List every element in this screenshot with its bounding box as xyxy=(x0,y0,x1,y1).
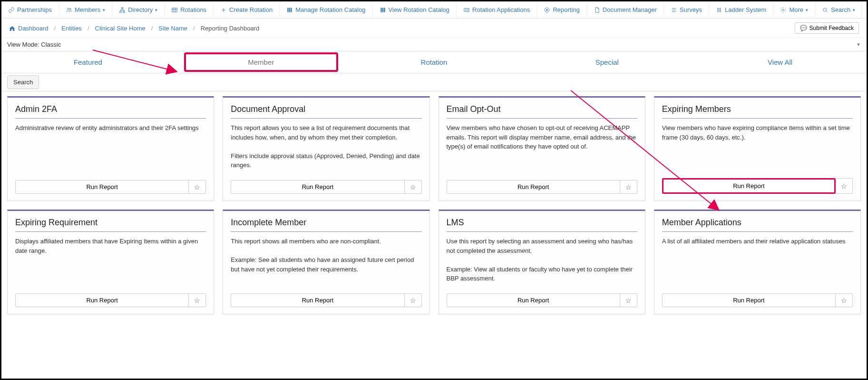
svg-rect-8 xyxy=(291,8,292,12)
card-description: Displays affiliated members that have Ex… xyxy=(15,237,206,288)
submit-feedback-button[interactable]: 💬 Submit Feedback xyxy=(795,22,859,34)
nav-reporting[interactable]: Reporting xyxy=(537,1,586,18)
breadcrumb-current: Reporting Dashboard xyxy=(201,25,260,32)
card-title: Document Approval xyxy=(231,104,421,119)
breadcrumb-link[interactable]: Clinical Site Home xyxy=(95,25,146,32)
card-description: Administrative review of entity administ… xyxy=(15,123,206,174)
search-row: Search xyxy=(1,73,867,91)
run-report-button[interactable]: Run Report xyxy=(662,178,836,194)
svg-rect-5 xyxy=(172,8,177,11)
target-icon xyxy=(544,7,550,13)
nav-label: Surveys xyxy=(680,6,702,13)
breadcrumb-link[interactable]: Entities xyxy=(61,25,82,32)
card-actions: Run Report☆ xyxy=(662,293,853,307)
favorite-button[interactable]: ☆ xyxy=(189,293,206,307)
nav-document-manager[interactable]: Document Manager xyxy=(587,1,664,18)
card-description: Use this report by selecting an assessme… xyxy=(447,237,637,288)
nav-rotation-applications[interactable]: Rotation Applications xyxy=(457,1,537,18)
report-card-lms: LMSUse this report by selecting an asses… xyxy=(439,210,645,314)
card-description: View members who have expiring complianc… xyxy=(662,123,853,172)
report-card-document-approval: Document ApprovalThis report allows you … xyxy=(223,96,429,201)
card-description: This report shows all members who are no… xyxy=(231,237,421,288)
star-icon: ☆ xyxy=(194,297,200,304)
nav-label: More xyxy=(789,6,803,13)
nav-more[interactable]: More▾ xyxy=(773,1,815,18)
nav-label: Rotation Applications xyxy=(472,6,530,13)
nav-label: View Rotation Catalog xyxy=(389,6,449,13)
breadcrumb-link[interactable]: Site Name xyxy=(158,25,187,32)
card-actions: Run Report☆ xyxy=(231,293,421,307)
nav-create-rotation[interactable]: Create Rotation xyxy=(214,1,280,18)
run-report-button[interactable]: Run Report xyxy=(15,293,189,307)
favorite-button[interactable]: ☆ xyxy=(189,180,206,194)
svg-rect-11 xyxy=(384,8,385,12)
star-icon: ☆ xyxy=(410,297,416,304)
favorite-button[interactable]: ☆ xyxy=(405,293,422,307)
run-report-button[interactable]: Run Report xyxy=(447,180,620,194)
tab-rotation[interactable]: Rotation xyxy=(348,51,521,73)
svg-rect-6 xyxy=(288,8,289,12)
star-icon: ☆ xyxy=(625,183,632,191)
nav-view-rotation-catalog[interactable]: View Rotation Catalog xyxy=(373,1,457,18)
nav-label: Reporting xyxy=(553,6,579,13)
table-icon xyxy=(171,7,178,13)
favorite-button[interactable]: ☆ xyxy=(620,180,637,194)
nav-surveys[interactable]: Surveys xyxy=(664,1,709,18)
nav-directory[interactable]: Directory▾ xyxy=(112,1,165,18)
nav-search[interactable]: Search▾ xyxy=(815,1,862,18)
favorite-button[interactable]: ☆ xyxy=(405,180,422,194)
search-button[interactable]: Search xyxy=(7,75,39,89)
nav-partnerships[interactable]: Partnerships xyxy=(1,1,59,18)
nav-ladder-system[interactable]: Ladder System xyxy=(709,1,773,18)
home-icon xyxy=(9,25,15,31)
card-title: Expiring Members xyxy=(662,104,853,119)
tab-view-all[interactable]: View All xyxy=(693,51,867,73)
svg-rect-3 xyxy=(120,11,122,12)
nav-label: Document Manager xyxy=(603,6,657,13)
tab-special[interactable]: Special xyxy=(520,51,693,73)
search-icon xyxy=(822,7,829,13)
chevron-down-icon: ▾ xyxy=(155,8,157,12)
breadcrumb-link[interactable]: Dashboard xyxy=(18,25,49,32)
svg-rect-10 xyxy=(382,8,383,12)
svg-rect-7 xyxy=(289,8,290,12)
chevron-down-icon: ▼ xyxy=(856,42,861,47)
tab-member[interactable]: Member xyxy=(175,51,348,73)
chat-icon: 💬 xyxy=(800,25,807,31)
run-report-button[interactable]: Run Report xyxy=(447,293,620,307)
idcard-icon xyxy=(463,7,470,13)
nav-manage-rotation-catalog[interactable]: Manage Rotation Catalog xyxy=(280,1,372,18)
run-report-button[interactable]: Run Report xyxy=(231,293,404,307)
doc-icon xyxy=(594,7,600,13)
svg-point-0 xyxy=(67,8,69,10)
report-card-admin-2fa: Admin 2FAAdministrative review of entity… xyxy=(7,96,214,201)
books-icon xyxy=(286,7,293,13)
chevron-down-icon: ▾ xyxy=(103,8,105,12)
star-icon: ☆ xyxy=(410,183,416,191)
sitemap-icon xyxy=(119,7,126,13)
favorite-button[interactable]: ☆ xyxy=(620,293,637,307)
card-description: This report allows you to see a list of … xyxy=(231,123,421,174)
favorite-button[interactable]: ☆ xyxy=(836,178,853,194)
report-card-expiring-members: Expiring MembersView members who have ex… xyxy=(654,96,861,201)
tab-featured[interactable]: Featured xyxy=(1,51,175,73)
card-actions: Run Report☆ xyxy=(15,180,206,194)
svg-point-16 xyxy=(783,9,785,11)
svg-rect-2 xyxy=(121,7,123,9)
favorite-button[interactable]: ☆ xyxy=(836,293,853,307)
star-icon: ☆ xyxy=(841,182,847,190)
report-card-email-opt-out: Email Opt-OutView members who have chose… xyxy=(439,96,645,201)
nav-label: Rotations xyxy=(180,6,206,13)
chevron-down-icon: ▾ xyxy=(853,8,855,12)
view-mode-selector[interactable]: View Mode: Classic ▼ xyxy=(1,38,867,51)
run-report-button[interactable]: Run Report xyxy=(231,180,404,194)
books-icon xyxy=(380,7,386,13)
nav-rotations[interactable]: Rotations xyxy=(165,1,214,18)
svg-rect-4 xyxy=(123,11,125,12)
run-report-button[interactable]: Run Report xyxy=(662,293,836,307)
run-report-button[interactable]: Run Report xyxy=(15,180,189,194)
link-icon xyxy=(8,7,15,13)
nav-members[interactable]: Members▾ xyxy=(59,1,112,18)
card-actions: Run Report☆ xyxy=(15,293,206,307)
svg-rect-12 xyxy=(464,8,469,11)
